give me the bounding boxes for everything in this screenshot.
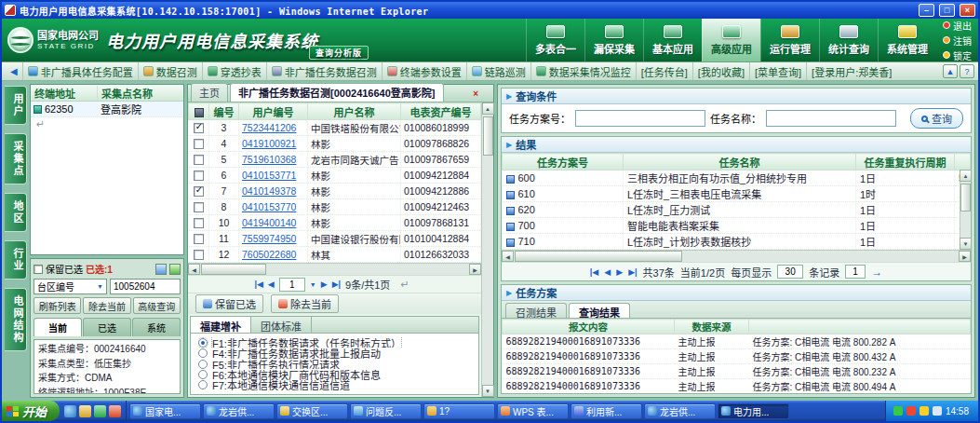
side-tab-industry[interactable]: 行业: [5, 240, 27, 280]
exit-button[interactable]: 退出: [943, 19, 972, 33]
user-number-link[interactable]: 0419100921: [242, 138, 296, 149]
side-tab-grid-structure[interactable]: 电网结构: [5, 288, 27, 351]
menu-item-menu-search[interactable]: [菜单查询]: [749, 62, 806, 80]
last-page-button[interactable]: ▶|: [628, 267, 637, 277]
radio-option-f6[interactable]: F6:本地通信模块厂商代码和版本信息: [198, 369, 471, 379]
lock-button[interactable]: 锁定: [943, 48, 972, 62]
refresh-list-button[interactable]: 刷新列表: [34, 297, 81, 314]
antivirus-tray-icon[interactable]: [893, 406, 903, 416]
side-tab-region[interactable]: 地区: [5, 193, 27, 232]
per-page-input[interactable]: [777, 265, 803, 279]
nav-tab-multi-meter[interactable]: 多表合一: [526, 19, 584, 61]
nav-tab-statistics[interactable]: 统计查询: [819, 19, 878, 61]
user-number-link[interactable]: 7605022680: [242, 249, 296, 260]
side-tab-collect-point[interactable]: 采集点: [5, 133, 27, 184]
volume-tray-icon[interactable]: [933, 406, 942, 416]
close-button[interactable]: ×: [960, 4, 975, 17]
horizontal-scrollbar[interactable]: ◀ ▶: [502, 250, 971, 262]
table-row[interactable]: 688928219400016891073336 主动上报 任务方案: C相电流…: [503, 334, 971, 349]
user-number-link[interactable]: 0419400140: [242, 217, 296, 228]
horizontal-scrollbar[interactable]: ◀ ▶: [188, 263, 481, 275]
radio-option-f1[interactable]: F1:非广播任务数据请求（任务时标方式）: [198, 337, 471, 348]
radio-option-f4[interactable]: F4:非广播任务数据请求批量上报启动: [198, 348, 471, 358]
menu-item-terminal-params[interactable]: 终端参数设置: [382, 62, 466, 80]
table-row[interactable]: 12 7605022680 林其 010126632033: [189, 247, 481, 263]
next-page-button[interactable]: ▶: [321, 280, 328, 289]
keep-selected-checkbox[interactable]: [34, 265, 43, 274]
table-row[interactable]: 700 智能电能表档案采集 1日 1: [503, 218, 971, 234]
menu-item-task-data-call[interactable]: 非广播任务数据召测: [266, 62, 382, 80]
nav-tab-operation[interactable]: 运行管理: [760, 19, 819, 61]
table-row[interactable]: 3 7523441206 中国铁塔股份有限公司 010086018999: [189, 120, 481, 136]
scroll-up-icon[interactable]: ▲: [482, 102, 494, 115]
taskbar-item-longyan1[interactable]: 龙岩供...: [203, 403, 275, 419]
desktop-quicklaunch-icon[interactable]: [79, 405, 91, 417]
table-row[interactable]: 4 0419100921 林影 010097868826: [189, 136, 481, 152]
goto-page-input[interactable]: [845, 265, 866, 279]
scrollbar-thumb[interactable]: [201, 264, 266, 275]
radio-icon[interactable]: [198, 370, 208, 379]
plan-number-input[interactable]: [575, 110, 705, 127]
radio-icon[interactable]: [198, 380, 208, 389]
area-number-input[interactable]: [110, 279, 181, 294]
scroll-up-icon[interactable]: ▲: [960, 170, 972, 182]
table-row[interactable]: 610 L任冻时_三相表电压电流采集 1时 1: [503, 186, 971, 202]
user-number-link[interactable]: 0410153771: [242, 170, 296, 181]
table-row[interactable]: 688928219400016891073336 主动上报 任务方案: C相电流…: [503, 349, 971, 364]
nav-tab-system[interactable]: 系统管理: [878, 19, 936, 61]
row-checkbox[interactable]: [194, 186, 204, 197]
refresh-view-icon[interactable]: [169, 264, 181, 275]
table-row[interactable]: 710 L任冻时_计划抄表数据核抄 1日 1: [503, 234, 971, 250]
row-checkbox[interactable]: [194, 234, 204, 244]
keep-selected-button[interactable]: 保留已选: [195, 294, 263, 313]
taskbar-item-feedback[interactable]: 问题反...: [350, 403, 422, 419]
taskbar-item-exchange[interactable]: 交换区...: [276, 403, 348, 419]
vertical-scrollbar[interactable]: ▲ ▼: [960, 170, 971, 250]
taskbar-item-folder[interactable]: 1?: [423, 403, 495, 419]
table-row[interactable]: 5 7519610368 龙岩市同路天诚广告 010097867659: [189, 152, 481, 168]
menu-item-link-patrol[interactable]: 链路巡测: [466, 62, 530, 80]
table-row[interactable]: 600 三相表分相正向有功示值_分相统抄专用 1日 5: [503, 171, 971, 186]
scrollbar-thumb[interactable]: [483, 116, 493, 156]
tab-selected[interactable]: 已选: [83, 318, 131, 336]
row-checkbox[interactable]: [194, 202, 204, 212]
next-page-button[interactable]: ▶: [616, 267, 623, 277]
help-button[interactable]: ?: [960, 64, 974, 78]
media-quicklaunch-icon[interactable]: [109, 405, 121, 417]
menu-item-data-call[interactable]: 数据召测: [138, 62, 202, 80]
remove-current-button[interactable]: 除去当前: [83, 297, 130, 314]
taskbar-item-longyan2[interactable]: 龙岩供...: [644, 403, 716, 419]
nav-tab-leak-protect[interactable]: 漏保采集: [584, 19, 643, 61]
prev-page-button[interactable]: ◀: [604, 267, 611, 277]
page-dropdown-icon[interactable]: ▼: [310, 281, 316, 288]
table-row[interactable]: 10 0419400140 林影 010097868131: [189, 215, 481, 231]
nav-tab-advanced-app[interactable]: 高级应用: [702, 19, 760, 61]
start-button[interactable]: 开始: [2, 401, 60, 421]
list-view-icon[interactable]: [155, 264, 167, 275]
taskbar-item-power-system[interactable]: 电力用...: [718, 403, 789, 419]
table-row[interactable]: 620 L任冻时_压力测试 1日 1: [503, 202, 971, 218]
page-number-input[interactable]: [279, 278, 305, 292]
menu-item-task-platform[interactable]: [任务传台]: [636, 62, 692, 80]
tab-fujian-supplement[interactable]: 福建增补: [191, 317, 251, 333]
logout-button[interactable]: 注销: [943, 34, 972, 48]
maximize-button[interactable]: □: [939, 4, 955, 17]
scrollbar-thumb[interactable]: [960, 184, 971, 212]
row-checkbox[interactable]: [194, 218, 204, 228]
last-page-button[interactable]: ▶|: [332, 280, 341, 289]
row-checkbox[interactable]: [194, 139, 204, 149]
user-number-link[interactable]: 7523441206: [242, 122, 296, 133]
scroll-down-icon[interactable]: ▼: [482, 385, 494, 397]
menu-item-collect-monitor[interactable]: 数据采集情况监控: [530, 62, 636, 80]
select-all-header[interactable]: [189, 103, 209, 120]
tab-current[interactable]: 当前: [34, 318, 82, 336]
tab-home[interactable]: 主页: [191, 83, 228, 102]
prev-page-button[interactable]: ◀: [268, 280, 275, 289]
close-tab-icon[interactable]: ×: [473, 89, 478, 99]
vertical-scrollbar[interactable]: ▲ ▼: [481, 102, 493, 397]
table-row[interactable]: 8 0410153770 林影 010094212463: [189, 199, 481, 215]
tab-task-data-call[interactable]: 非广播任务数据召测[0002416640登高影院]: [230, 83, 444, 102]
scroll-right-icon[interactable]: ▶: [959, 251, 971, 262]
menu-item-favorites[interactable]: [我的收藏]: [692, 62, 749, 80]
scrollbar-thumb[interactable]: [515, 251, 682, 262]
